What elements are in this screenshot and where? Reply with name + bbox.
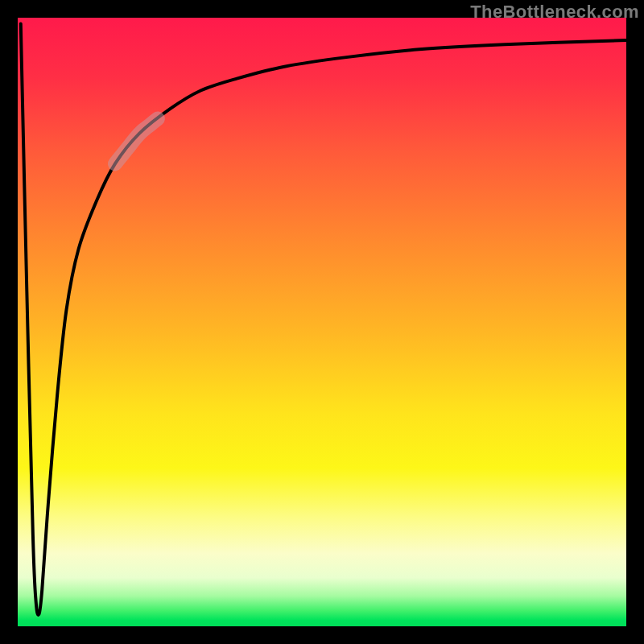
watermark-text: TheBottleneck.com	[470, 2, 639, 23]
curve-highlight-segment	[115, 118, 158, 163]
chart-frame: TheBottleneck.com	[0, 0, 644, 644]
bottleneck-curve	[18, 18, 626, 626]
curve-line	[21, 24, 626, 615]
chart-plot-area	[18, 18, 626, 626]
